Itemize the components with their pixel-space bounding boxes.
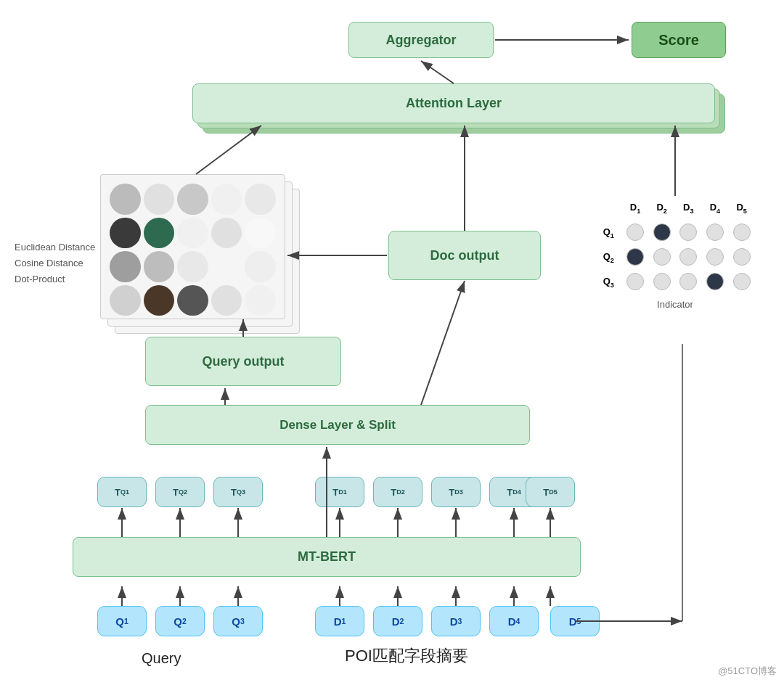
- dot: [245, 184, 276, 215]
- indicator-row-q3: Q3: [595, 270, 755, 295]
- indicator-header-d5: D5: [728, 196, 755, 221]
- ind-dot: [733, 248, 751, 266]
- dot: [110, 218, 141, 249]
- ind-dot: [626, 273, 644, 290]
- ind-dot: [653, 223, 671, 241]
- indicator-matrix-area: D1 D2 D3 D4 D5 Q1 Q2: [595, 196, 755, 341]
- dot: [211, 251, 242, 282]
- input-q3: Q3: [213, 606, 263, 636]
- ind-dot: [653, 248, 671, 266]
- dense-label: Dense Layer & Split: [279, 418, 396, 432]
- dot: [110, 251, 141, 282]
- aggregator-box: Aggregator: [348, 22, 494, 58]
- matrix-card-front: [100, 174, 285, 319]
- input-d1: D1: [315, 606, 364, 636]
- dot: [211, 218, 242, 249]
- score-box: Score: [632, 22, 726, 58]
- svg-line-7: [421, 281, 465, 405]
- score-label: Score: [658, 32, 699, 49]
- dot-grid: [101, 175, 285, 319]
- dot: [110, 184, 141, 215]
- indicator-header-d4: D4: [702, 196, 729, 221]
- doc-output-box: Doc output: [388, 231, 541, 280]
- aggregator-label: Aggregator: [385, 33, 456, 48]
- doc-output-label: Doc output: [430, 248, 499, 263]
- token-d1: TD1: [315, 477, 364, 507]
- input-q2: Q2: [155, 606, 205, 636]
- token-q2: TQ2: [155, 477, 205, 507]
- label-query: Query: [142, 650, 181, 667]
- dot: [144, 251, 175, 282]
- dot: [144, 184, 175, 215]
- dot: [177, 285, 208, 316]
- dot: [177, 184, 208, 215]
- dot: [177, 251, 208, 282]
- dot: [110, 285, 141, 316]
- indicator-header-d3: D3: [675, 196, 702, 221]
- input-d3: D3: [431, 606, 481, 636]
- svg-line-2: [421, 61, 454, 83]
- watermark: @51CTO博客: [718, 665, 777, 678]
- query-output-label: Query output: [203, 354, 285, 369]
- input-d4: D4: [489, 606, 539, 636]
- dot: [144, 218, 175, 249]
- query-output-box: Query output: [145, 337, 341, 386]
- similarity-matrix-area: [100, 174, 311, 341]
- token-d2: TD2: [373, 477, 422, 507]
- indicator-header-d1: D1: [622, 196, 649, 221]
- cosine-label: Cosine Distance: [15, 255, 95, 271]
- bert-label: MT-BERT: [298, 549, 356, 565]
- token-d5: TD5: [526, 477, 575, 507]
- attention-label: Attention Layer: [406, 96, 502, 111]
- input-d2: D2: [373, 606, 422, 636]
- dot: [211, 285, 242, 316]
- label-poi: POI匹配字段摘要: [345, 645, 468, 667]
- ind-dot: [733, 223, 751, 241]
- ind-dot: [626, 223, 644, 241]
- dot: [144, 285, 175, 316]
- indicator-header-d2: D2: [648, 196, 675, 221]
- indicator-corner: [595, 196, 622, 221]
- indicator-row-q2: Q2: [595, 245, 755, 270]
- token-d3: TD3: [431, 477, 481, 507]
- indicator-row-q1: Q1: [595, 221, 755, 245]
- indicator-label: Indicator: [595, 299, 755, 310]
- ind-dot: [679, 273, 697, 290]
- input-d5: D5: [550, 606, 600, 636]
- distance-labels: Euclidean Distance Cosine Distance Dot-P…: [15, 239, 95, 287]
- indicator-row-label-q3: Q3: [595, 270, 622, 295]
- euclidean-label: Euclidean Distance: [15, 239, 95, 255]
- ind-dot: [679, 248, 697, 266]
- ind-dot: [653, 273, 671, 290]
- indicator-table: D1 D2 D3 D4 D5 Q1 Q2: [595, 196, 755, 295]
- ind-dot: [706, 223, 724, 241]
- ind-dot: [733, 273, 751, 290]
- dot: [245, 218, 276, 249]
- ind-dot: [626, 248, 644, 266]
- dot: [245, 251, 276, 282]
- dense-layer-box: Dense Layer & Split: [145, 405, 530, 445]
- token-q3: TQ3: [213, 477, 263, 507]
- ind-dot: [706, 248, 724, 266]
- ind-dot: [706, 273, 724, 290]
- dot-product-label: Dot-Product: [15, 271, 95, 287]
- ind-dot: [679, 223, 697, 241]
- diagram-container: Score Aggregator Attention Layer: [0, 0, 784, 685]
- indicator-row-label-q2: Q2: [595, 245, 622, 270]
- dot: [211, 184, 242, 215]
- token-q1: TQ1: [97, 477, 147, 507]
- indicator-row-label-q1: Q1: [595, 221, 622, 245]
- dot: [177, 218, 208, 249]
- dot: [245, 285, 276, 316]
- attention-layer-box: Attention Layer: [192, 83, 715, 123]
- input-q1: Q1: [97, 606, 147, 636]
- bert-box: MT-BERT: [73, 537, 581, 577]
